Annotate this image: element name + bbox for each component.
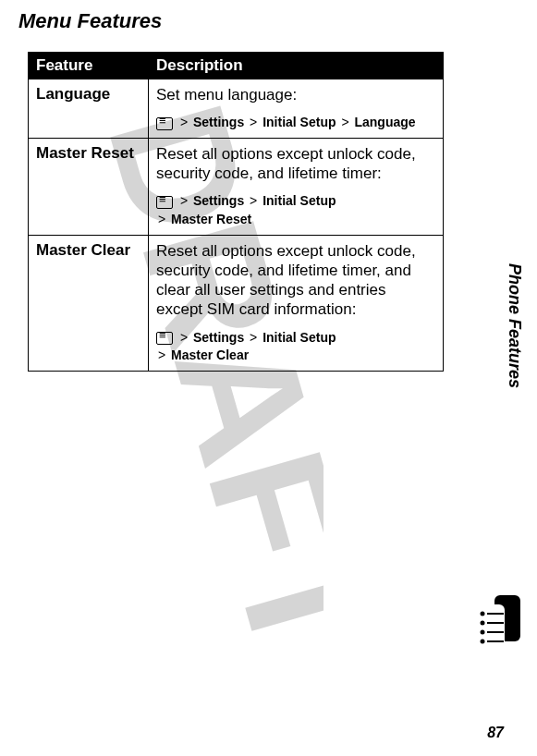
svg-point-5: [481, 630, 485, 635]
menu-icon: [156, 117, 173, 130]
path-step: Master Reset: [171, 212, 251, 226]
gt-separator: >: [158, 212, 165, 226]
nav-path: > Master Clear: [156, 347, 435, 365]
gt-separator: >: [250, 330, 257, 345]
path-step: Master Clear: [171, 348, 249, 362]
svg-point-4: [481, 621, 485, 626]
menu-icon: [156, 196, 173, 209]
table-row: Master Clear Reset all options except un…: [29, 235, 444, 371]
feature-name: Language: [29, 79, 149, 139]
path-step: Settings: [193, 115, 244, 129]
path-step: Settings: [193, 330, 244, 345]
svg-rect-2: [479, 604, 505, 651]
feature-description: Set menu language: > Settings > Initial …: [149, 79, 444, 139]
table-row: Language Set menu language: > Settings >…: [29, 79, 444, 139]
feature-description: Reset all options except unlock code, se…: [149, 235, 444, 371]
gt-separator: >: [250, 115, 257, 129]
gt-separator: >: [180, 115, 188, 129]
path-step: Initial Setup: [262, 193, 336, 208]
gt-separator: >: [180, 330, 188, 345]
header-feature: Feature: [29, 53, 149, 79]
section-title: Menu Features: [18, 9, 500, 33]
path-step: Language: [354, 115, 415, 129]
features-table: Feature Description Language Set menu la…: [28, 52, 444, 372]
gt-separator: >: [180, 193, 188, 208]
gt-separator: >: [341, 115, 348, 129]
feature-name: Master Clear: [29, 235, 149, 371]
svg-point-3: [481, 612, 485, 616]
header-description: Description: [149, 53, 444, 79]
page-number: 87: [487, 725, 504, 741]
gt-separator: >: [250, 193, 257, 208]
nav-path: > Master Reset: [156, 211, 435, 229]
description-text: Reset all options except unlock code, se…: [156, 144, 435, 184]
menu-icon: [156, 332, 173, 345]
gt-separator: >: [158, 348, 165, 362]
nav-path: > Settings > Initial Setup: [156, 192, 435, 211]
nav-path: > Settings > Initial Setup > Language: [156, 114, 435, 132]
description-text: Reset all options except unlock code, se…: [156, 241, 435, 320]
path-step: Initial Setup: [262, 115, 336, 129]
phone-icon: [474, 595, 520, 664]
path-step: Settings: [193, 193, 244, 208]
svg-point-6: [481, 640, 485, 644]
nav-path: > Settings > Initial Setup: [156, 329, 435, 348]
description-text: Set menu language:: [156, 85, 435, 104]
path-step: Initial Setup: [262, 330, 336, 345]
feature-name: Master Reset: [29, 138, 149, 235]
feature-description: Reset all options except unlock code, se…: [149, 138, 444, 235]
table-row: Master Reset Reset all options except un…: [29, 138, 444, 235]
